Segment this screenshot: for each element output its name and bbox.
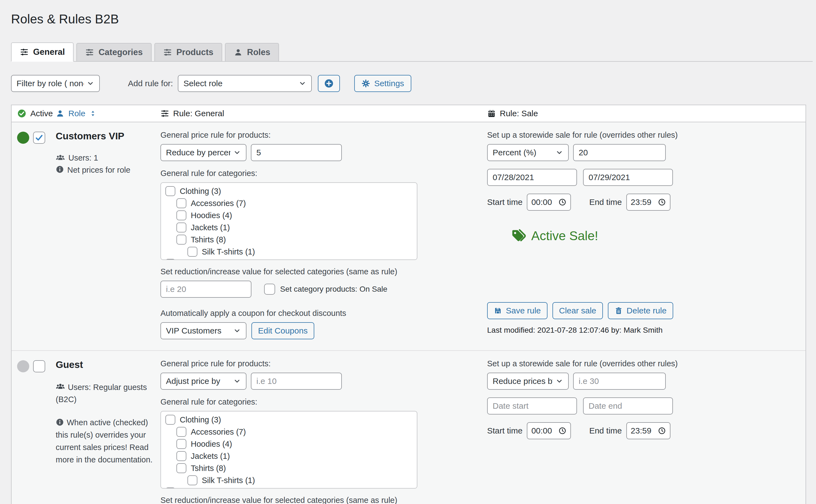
category-checkbox[interactable] [165,487,175,489]
category-checkbox[interactable] [176,463,186,473]
category-item[interactable]: Tshirts (8) [176,463,417,473]
category-item[interactable]: Silk T-shirts (1) [187,247,417,257]
sliders-icon [20,48,29,56]
on-sale-checkbox[interactable] [264,284,275,295]
page-title: Roles & Rules B2B [11,12,805,26]
date-end-input[interactable]: Date end [583,397,673,414]
categories-listbox[interactable]: Clothing (3) Accessories (7) Hoodies (4)… [160,182,417,260]
users-icon [56,382,65,391]
start-time-input[interactable]: 00:00 [527,422,571,439]
category-item[interactable]: Silk T-shirts (1) [187,475,417,485]
select-role-dropdown[interactable]: Select role [178,75,312,92]
price-rule-value-input[interactable]: 5 [251,144,342,161]
category-item-clipped[interactable] [165,487,417,489]
category-item[interactable]: Clothing (3) [165,415,417,425]
users-count: Users: Regular guests (B2C) [56,381,152,405]
tab-general[interactable]: General [11,42,74,62]
active-checkbox[interactable] [33,360,45,372]
edit-coupons-button[interactable]: Edit Coupons [252,322,314,339]
category-checkbox[interactable] [165,259,175,260]
tab-roles[interactable]: Roles [225,43,279,61]
sale-rule-cell: Set up a storewide sale for rule (overri… [487,131,806,335]
date-start-input[interactable]: 07/28/2021 [487,169,577,186]
sale-value-input[interactable]: 20 [573,144,666,161]
sort-icon [89,110,96,117]
categories-listbox[interactable]: Clothing (3) Accessories (7) Hoodies (4)… [160,411,417,489]
tab-products[interactable]: Products [154,43,222,61]
date-start-input[interactable]: Date start [487,397,577,414]
category-item[interactable]: Tshirts (8) [176,235,417,245]
last-modified-text: Last modified: 2021-07-28 12:07:46 by: M… [487,326,795,335]
header-role-sort[interactable]: Role [56,109,160,118]
category-checkbox[interactable] [176,427,186,437]
tab-label: General [33,47,65,57]
settings-button[interactable]: Settings [354,75,411,92]
general-rule-cell: General price rule for products: Reduce … [160,131,487,339]
sliders-icon [163,48,172,57]
delete-rule-button[interactable]: Delete rule [608,302,673,319]
price-rule-label: General price rule for products: [160,359,487,368]
users-icon [56,153,65,162]
category-checkbox[interactable] [176,210,186,220]
filter-by-role-select[interactable]: Filter by role ( none ) [11,75,100,92]
on-sale-toggle[interactable]: Set category products: On Sale [264,284,387,295]
start-time-label: Start time [487,197,522,207]
user-icon [56,109,64,118]
end-time-input[interactable]: 23:59 [626,422,671,439]
start-time-input[interactable]: 00:00 [527,194,571,211]
reduction-value-input[interactable]: i.e 20 [160,281,252,298]
category-item[interactable]: Clothing (3) [165,186,417,196]
price-rule-value-input[interactable]: i.e 10 [251,373,342,390]
price-rule-mode-select[interactable]: Adjust price by [160,373,247,390]
on-sale-label: Set category products: On Sale [280,285,387,294]
category-checkbox[interactable] [165,415,175,425]
header-active: Active [17,109,56,118]
category-item[interactable]: Hoodies (4) [176,439,417,449]
category-item[interactable]: Accessories (7) [176,198,417,208]
active-sale-badge: Active Sale! [511,228,795,243]
category-item[interactable]: Accessories (7) [176,427,417,437]
tags-icon [511,228,526,243]
filter-bar: Filter by role ( none ) Add rule for: Se… [11,75,805,92]
category-checkbox[interactable] [176,439,186,449]
chevron-down-icon [86,80,94,87]
reduction-label: Set reduction/increase value for selecte… [160,496,487,504]
sale-title: Set up a storewide sale for rule (overri… [487,359,795,368]
save-rule-button[interactable]: Save rule [487,302,547,319]
sale-value-input[interactable]: i.e 30 [573,373,666,390]
category-checkbox[interactable] [176,235,186,245]
rule-row-guest: Guest Users: Regular guests (B2C) When a… [12,350,806,504]
category-checkbox[interactable] [187,247,197,257]
date-end-input[interactable]: 07/29/2021 [583,169,673,186]
category-item[interactable]: Jackets (1) [176,223,417,232]
role-note: Net prices for role [56,164,152,176]
tab-categories[interactable]: Categories [76,43,151,61]
add-rule-button[interactable] [318,75,340,92]
trash-icon [615,307,623,315]
category-item[interactable]: Hoodies (4) [176,210,417,220]
role-cell: Guest Users: Regular guests (B2C) When a… [56,359,160,466]
sale-mode-select[interactable]: Reduce prices by [487,373,569,390]
status-dot-inactive [17,360,29,372]
chevron-down-icon [233,377,241,385]
coupon-select[interactable]: VIP Customers [160,322,247,339]
category-checkbox[interactable] [187,475,197,485]
category-checkbox[interactable] [176,451,186,461]
category-checkbox[interactable] [165,186,175,196]
chevron-down-icon [555,377,563,385]
add-rule-for-label: Add rule for: [128,79,173,88]
status-dot-active [17,132,29,144]
price-rule-mode-select[interactable]: Reduce by percent (%) [160,144,247,161]
tab-label: Products [176,47,214,57]
tab-label: Categories [98,47,142,57]
header-rule-sale: Rule: Sale [487,109,806,118]
category-checkbox[interactable] [176,198,186,208]
clear-sale-button[interactable]: Clear sale [552,302,603,319]
category-item-clipped[interactable] [165,259,417,260]
sale-mode-select[interactable]: Percent (%) [487,144,569,161]
active-checkbox[interactable] [33,132,45,144]
category-item[interactable]: Jackets (1) [176,451,417,461]
active-cell [17,359,56,372]
category-checkbox[interactable] [176,223,186,232]
end-time-input[interactable]: 23:59 [626,194,671,211]
